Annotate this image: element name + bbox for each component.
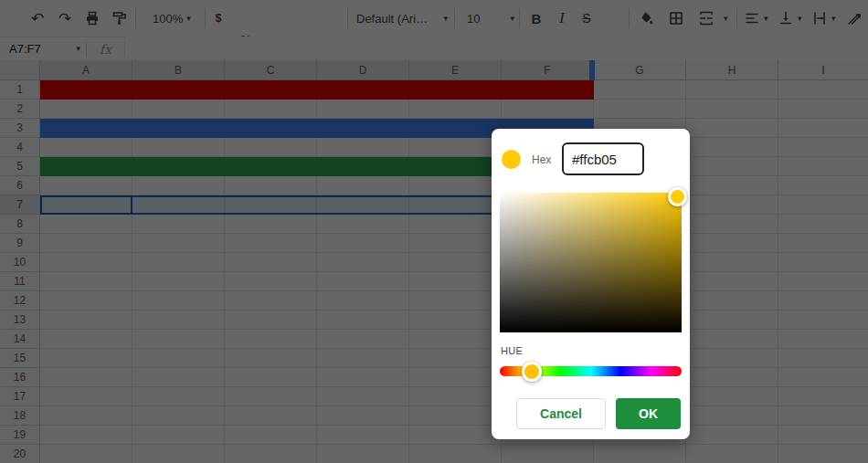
hue-label: HUE xyxy=(501,345,523,356)
color-swatch xyxy=(502,150,521,169)
hue-slider-handle[interactable] xyxy=(522,362,542,382)
saturation-picker-handle[interactable] xyxy=(668,187,687,206)
ok-button[interactable]: OK xyxy=(616,398,681,429)
modal-backdrop[interactable] xyxy=(0,0,868,463)
hex-label: Hex xyxy=(532,153,551,166)
hex-input[interactable] xyxy=(562,142,644,175)
custom-color-dialog: Hex HUE Cancel OK xyxy=(492,129,690,439)
cancel-button[interactable]: Cancel xyxy=(516,398,606,429)
saturation-value-area[interactable] xyxy=(500,193,682,332)
